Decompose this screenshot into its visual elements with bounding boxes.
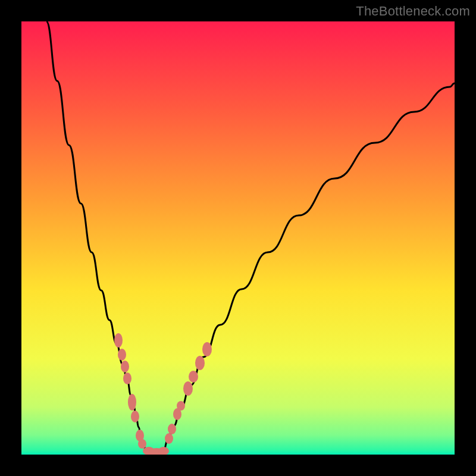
data-marker [165, 433, 173, 444]
data-marker [202, 342, 212, 356]
data-marker [177, 401, 185, 411]
data-marker [168, 424, 176, 434]
data-marker [195, 356, 205, 370]
data-marker [118, 349, 126, 361]
chart-plot [21, 21, 455, 455]
chart-background [21, 21, 455, 455]
data-marker [121, 361, 129, 372]
data-marker [138, 439, 146, 449]
data-marker [189, 371, 198, 383]
chart-frame: TheBottleneck.com [0, 0, 476, 476]
watermark-text: TheBottleneck.com [356, 4, 470, 19]
data-marker [114, 333, 123, 347]
data-marker [123, 372, 131, 384]
data-marker [131, 411, 139, 422]
data-marker [128, 394, 136, 411]
data-marker [183, 381, 193, 396]
